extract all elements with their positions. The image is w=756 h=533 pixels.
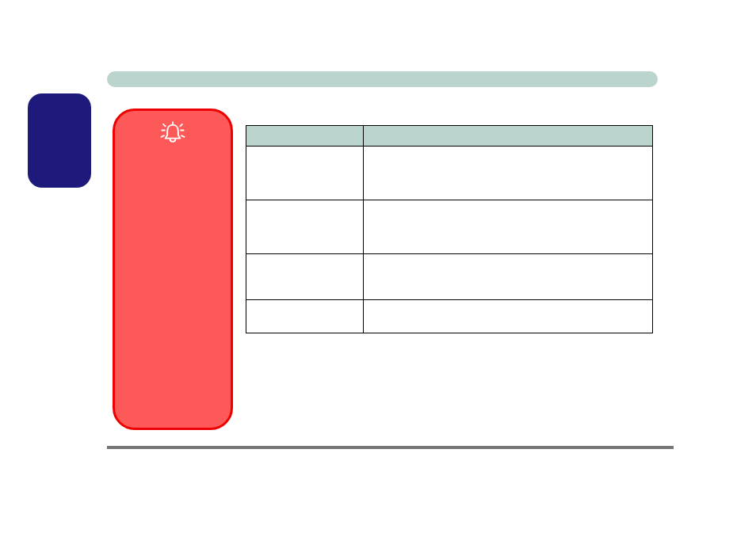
table-row: [246, 147, 653, 200]
table-cell: [246, 147, 364, 200]
table-row: [246, 254, 653, 300]
table-cell: [363, 300, 652, 333]
svg-line-1: [163, 124, 166, 127]
table-header-1: [246, 126, 364, 147]
data-table: [246, 125, 653, 333]
warning-panel: [113, 109, 233, 430]
table-row: [246, 200, 653, 254]
table-header-2: [363, 126, 652, 147]
table-header-row: [246, 126, 653, 147]
svg-line-2: [180, 124, 182, 127]
alarm-bell-icon: [159, 119, 186, 146]
table-cell: [363, 200, 652, 254]
svg-line-5: [162, 135, 164, 137]
bottom-divider: [107, 446, 674, 449]
table-cell: [246, 200, 364, 254]
table-cell: [246, 254, 364, 300]
table-row: [246, 300, 653, 333]
header-bar: [107, 71, 658, 87]
svg-line-6: [181, 135, 184, 137]
table-cell: [246, 300, 364, 333]
info-box-blue: [28, 93, 91, 188]
table-cell: [363, 147, 652, 200]
table-cell: [363, 254, 652, 300]
